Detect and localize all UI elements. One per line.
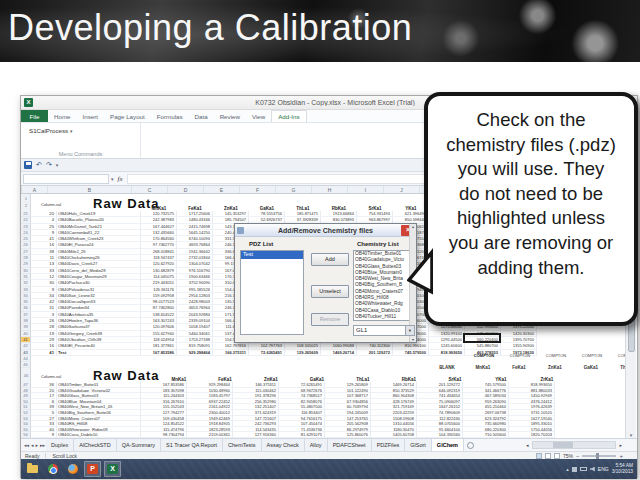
column-letter[interactable]: I (348, 186, 384, 193)
compton-label: COMPTON (466, 353, 502, 358)
chemistry-list[interactable]: OB40Timber_Butte01OB40Guadalupe_VictoOB4… (353, 250, 415, 321)
column-letter[interactable]: F (240, 186, 276, 193)
unselect-button[interactable]: Unselect (311, 285, 349, 298)
column-letter[interactable]: C (132, 186, 168, 193)
chevron-down-icon[interactable]: ▾ (405, 326, 414, 335)
nav-last-icon[interactable]: ▸▸ (40, 442, 45, 448)
nav-prev-icon[interactable]: ◂ (31, 442, 34, 448)
sheet-tab[interactable]: PDZFiles (372, 439, 406, 451)
clock[interactable]: 5:54 AM3/10/2013 (612, 463, 633, 475)
tab-file[interactable]: File (21, 110, 48, 122)
file-explorer-icon[interactable] (24, 461, 41, 477)
ribbon-tab[interactable]: Data (189, 110, 214, 122)
scroll-up-icon[interactable]: ▴ (410, 224, 416, 229)
column-letter[interactable]: E (204, 186, 240, 193)
battery-icon[interactable] (580, 467, 587, 471)
compton-labels: COMPTONCOMPTONCOMPTONCOMPTONCOMPTONCC (466, 353, 626, 358)
row-number[interactable]: 45 (21, 362, 31, 368)
sheet-tab[interactable]: ChemTests (223, 439, 262, 451)
callout-bubble: Check on thechemistry files (.pdz)you wi… (424, 92, 638, 326)
row-number: 46 (21, 373, 31, 378)
column-letter[interactable]: D (168, 186, 204, 193)
view-layout-icon[interactable] (545, 453, 551, 459)
zoom-slider-thumb[interactable] (596, 453, 599, 459)
sheet-tab[interactable]: GlChem (432, 439, 464, 451)
zoom-in-icon[interactable]: + (619, 453, 623, 459)
compton-section: COMPTONCOMPTONCOMPTONCOMPTONCOMPTONCC BL… (421, 353, 626, 370)
speaker-icon[interactable] (590, 467, 595, 472)
scroll-left-icon[interactable]: ◂ (526, 442, 529, 448)
ribbon-tab[interactable]: View (246, 110, 271, 122)
save-icon[interactable] (24, 161, 32, 169)
tray-up-icon[interactable]: ▴ (566, 466, 569, 472)
zoom-out-icon[interactable]: − (576, 453, 580, 459)
zoom-slider[interactable] (582, 455, 616, 457)
ribbon-tab[interactable]: Home (48, 110, 77, 122)
language-indicator[interactable]: ENG (598, 466, 609, 472)
ribbon-group-label: Menu Commands (21, 151, 140, 157)
chemistry-combo[interactable]: GL1 ▾ (353, 325, 415, 336)
excel-icon[interactable]: X (104, 461, 121, 477)
insert-sheet-icon[interactable] (467, 442, 474, 449)
row-number: 2 (21, 203, 31, 208)
view-break-icon[interactable] (554, 453, 560, 459)
sheet-tab[interactable]: PDAFCSheet (328, 439, 372, 451)
firefox-icon[interactable] (64, 461, 81, 477)
addin-menu-button[interactable]: S1CalProcess ▾ (29, 127, 72, 134)
bottom-table-rows: 4736OB40Timber_Butte01167.853586929.2984… (21, 382, 626, 438)
action-center-icon[interactable] (572, 467, 577, 472)
ribbon-tab[interactable]: Add-Ins (271, 110, 306, 122)
compton-label: COMPTON (610, 353, 626, 358)
selected-cell[interactable] (463, 333, 501, 343)
nav-next-icon[interactable]: ▸ (36, 442, 39, 448)
name-box[interactable] (23, 174, 109, 184)
dialog-title-bar: Add/Remove Chemistry files × (235, 224, 416, 237)
date: 3/10/2013 (612, 469, 633, 474)
view-normal-icon[interactable] (536, 453, 542, 459)
pdz-list-item[interactable]: Test (241, 251, 303, 259)
column-letter[interactable]: G (276, 186, 312, 193)
sheet-tab[interactable]: AlCheckSTD (74, 439, 116, 451)
sheet-tab[interactable]: S1 Tracer QA Report (161, 439, 223, 451)
scroll-down-icon[interactable]: ▾ (626, 432, 636, 438)
qat-dropdown-icon[interactable]: ▾ (56, 162, 59, 168)
sheet-tab[interactable]: GlSort (405, 439, 432, 451)
namebox-dropdown-icon[interactable]: ▾ (111, 176, 114, 182)
chemistry-list-item[interactable]: OB40Guadalupe_Victo (354, 257, 407, 263)
chemistry-list-item[interactable]: OB40Glass_Buttes03 (354, 264, 407, 270)
sheet-tab[interactable]: Duplex (46, 439, 74, 451)
ribbon-tab[interactable]: Review (214, 110, 246, 122)
raw-data-title: Raw Data (93, 368, 160, 383)
add-button[interactable]: Add (311, 253, 349, 266)
remove-button[interactable]: Remove (311, 313, 349, 326)
chemistry-list-item[interactable]: OB40Tucker_Hill11 (354, 314, 407, 320)
chrome-icon[interactable] (44, 461, 61, 477)
scroll-down-icon[interactable]: ▾ (410, 337, 416, 342)
cell-value: 1469.26714 (321, 350, 357, 356)
column-letter[interactable]: J (384, 186, 420, 193)
ribbon-tab[interactable]: Insert (77, 110, 104, 122)
chemistry-list-item[interactable]: OB40Big_Southern_B (354, 282, 407, 288)
nav-first-icon[interactable]: ◂◂ (24, 442, 29, 448)
redo-icon[interactable]: ↷ (46, 161, 52, 169)
ribbon-tab[interactable]: Page Layout (104, 110, 151, 122)
chemistry-list-item[interactable]: OB40Whitewater_Rdg (354, 301, 407, 307)
row-number: 1 (21, 196, 31, 201)
column-letter[interactable]: A (22, 186, 48, 193)
undo-icon[interactable]: ↶ (36, 161, 42, 169)
column-letter[interactable]: H (312, 186, 348, 193)
horizontal-scrollbar[interactable]: ◂ ▸ (523, 441, 623, 449)
callout-line: Check on the (432, 108, 630, 133)
sheet-tab[interactable]: QA-Summary (117, 439, 161, 451)
sheet-tab[interactable]: Alloy (305, 439, 328, 451)
scroll-right-icon[interactable]: ▸ (619, 442, 622, 448)
system-tray: ▴ ENG 5:54 AM3/10/2013 (566, 463, 637, 475)
sheet-tab[interactable]: Assay Check (262, 439, 305, 451)
ribbon-tab[interactable]: Formulas (151, 110, 189, 122)
powerpoint-icon[interactable]: P (84, 461, 101, 477)
scrollbar-thumb[interactable] (553, 442, 573, 448)
row-number[interactable]: 43 (21, 350, 31, 356)
pdz-list[interactable]: Test (240, 250, 304, 335)
column-letter[interactable]: B (48, 186, 132, 193)
scrollbar-track[interactable] (532, 441, 617, 449)
